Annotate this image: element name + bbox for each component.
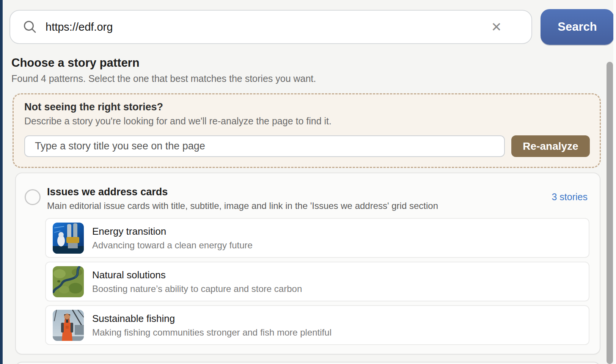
story-thumbnail-sustainable-fishing [53, 310, 84, 341]
story-subtitle: Boosting nature’s ability to capture and… [92, 284, 302, 294]
pattern-card-issues-we-address[interactable]: Issues we address cards Main editorial i… [15, 173, 600, 355]
clear-icon[interactable]: ✕ [491, 20, 502, 33]
story-subtitle: Advancing toward a clean energy future [92, 240, 253, 251]
story-title: Sustainable fishing [92, 313, 332, 325]
pattern-title: Issues we address cards [47, 186, 168, 198]
story-row-energy-transition[interactable]: Energy transition Advancing toward a cle… [45, 218, 589, 258]
story-title: Energy transition [92, 226, 253, 237]
reanalyze-button[interactable]: Re-analyze [511, 135, 590, 157]
pattern-description: Main editorial issue cards with title, s… [47, 201, 438, 211]
window-edge [0, 0, 3, 364]
story-list: Energy transition Advancing toward a cle… [45, 218, 589, 345]
story-row-sustainable-fishing[interactable]: Sustainable fishing Making fishing commu… [45, 305, 589, 345]
next-pattern-card-partial[interactable] [15, 362, 600, 364]
refine-panel: Not seeing the right stories? Describe a… [13, 93, 601, 168]
story-title: Natural solutions [92, 269, 302, 281]
page-subtitle: Found 4 patterns. Select the one that be… [11, 73, 316, 84]
search-icon [23, 20, 37, 34]
stories-count-link[interactable]: 3 stories [552, 191, 588, 202]
page-title: Choose a story pattern [11, 56, 140, 70]
story-thumbnail-energy-transition [53, 223, 84, 254]
scrollbar-track [613, 0, 616, 364]
refine-description: Describe a story you're looking for and … [24, 116, 332, 127]
scrollbar-thumb[interactable] [607, 62, 613, 364]
refine-title: Not seeing the right stories? [24, 101, 163, 113]
pattern-radio[interactable] [25, 189, 41, 205]
story-thumbnail-natural-solutions [53, 266, 84, 297]
url-input[interactable] [46, 16, 491, 38]
story-title-input[interactable] [24, 135, 505, 157]
search-button[interactable]: Search [541, 9, 614, 45]
story-row-natural-solutions[interactable]: Natural solutions Boosting nature’s abil… [45, 262, 589, 301]
story-subtitle: Making fishing communities stronger and … [92, 327, 332, 338]
url-search-bar[interactable]: ✕ [9, 10, 532, 44]
